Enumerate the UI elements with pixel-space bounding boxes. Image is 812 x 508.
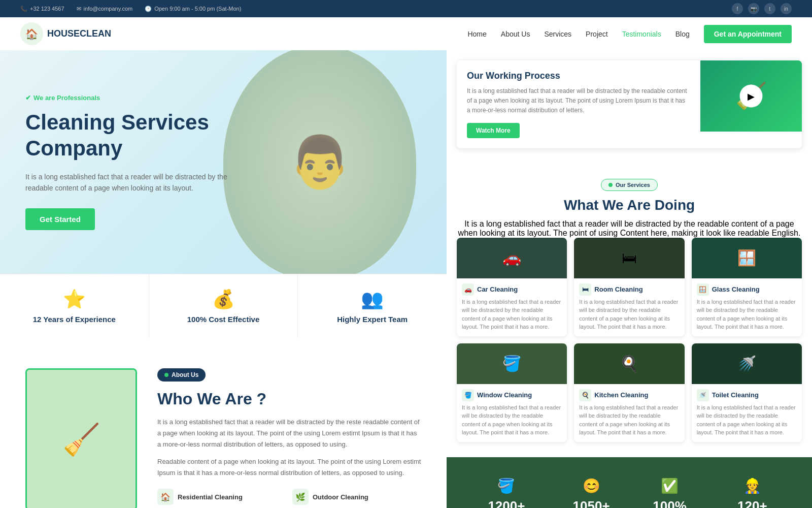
- services-section: Our Services What We Are Doing It is a l…: [447, 164, 812, 457]
- glass-cleaning-image: 🪟: [692, 238, 802, 278]
- left-column: ✔ We are Professionals Cleaning Services…: [0, 50, 447, 508]
- wp-title: Our Working Process: [467, 71, 690, 81]
- kitchen-mini-icon: 🍳: [579, 389, 591, 401]
- nav-links: Home About Us Services Project Testimoni…: [467, 25, 792, 43]
- professionals-badge: ✔ We are Professionals: [25, 94, 239, 102]
- room-cleaning-image: 🛏: [574, 238, 684, 278]
- nav-project[interactable]: Project: [586, 30, 608, 38]
- services-description: It is a long established fact that a rea…: [457, 219, 802, 238]
- watch-more-button[interactable]: Watch More: [467, 123, 520, 138]
- room-cleaning-body: 🛏 Room Cleaning It is a long established…: [574, 278, 684, 336]
- satisfaction-number: 100%: [653, 498, 687, 508]
- cost-icon: 💰: [212, 289, 235, 310]
- nav-blog[interactable]: Blog: [675, 30, 690, 38]
- nav-home[interactable]: Home: [467, 30, 486, 38]
- hours-info: 🕒 Open 9:00 am - 5:00 pm (Sat-Mon): [145, 6, 241, 12]
- window-cleaning-image: 🪣: [457, 343, 567, 384]
- satisfaction-icon: ✅: [653, 478, 687, 494]
- email-icon: ✉: [77, 6, 81, 12]
- window-cleaning-body: 🪣 Window Cleaning It is a long establish…: [457, 384, 567, 442]
- residential-icon: 🏠: [157, 489, 174, 505]
- nav-about[interactable]: About Us: [501, 30, 530, 38]
- car-cleaning-desc: It is a long established fact that a rea…: [462, 298, 562, 331]
- about-title: Who We Are ?: [157, 390, 421, 408]
- appointment-button[interactable]: Get an Appointment: [704, 25, 792, 43]
- team-label: Highly Expert Team: [337, 315, 408, 324]
- linkedin-link[interactable]: in: [781, 3, 792, 14]
- instagram-link[interactable]: 📷: [748, 3, 759, 14]
- cost-label: 100% Cost Effective: [187, 315, 260, 324]
- services-grid: 🚗 🚗 Car Cleaning It is a long establishe…: [457, 238, 802, 442]
- logo: 🏠 HOUSECLEAN: [20, 22, 111, 45]
- toilet-cleaning-image: 🚿: [692, 343, 802, 384]
- room-mini-icon: 🛏: [579, 283, 591, 296]
- about-badge: About Us: [157, 368, 206, 382]
- service-residential: 🏠 Residential Cleaning: [157, 489, 286, 505]
- services-badge: Our Services: [601, 179, 658, 191]
- card-glass-cleaning: 🪟 🪟 Glass Cleaning It is a long establis…: [692, 238, 802, 336]
- stat-experience: ⭐ 12 Years of Experience: [0, 274, 149, 338]
- wp-text-content: Our Working Process It is a long establi…: [457, 60, 700, 148]
- kitchen-cleaning-body: 🍳 Kitchen Cleaning It is a long establis…: [574, 384, 684, 442]
- services-title: What We Are Doing: [457, 197, 802, 213]
- car-cleaning-body: 🚗 Car Cleaning It is a long established …: [457, 278, 567, 336]
- facebook-link[interactable]: f: [732, 3, 743, 14]
- get-started-button[interactable]: Get Started: [25, 208, 95, 230]
- hero-text: ✔ We are Professionals Cleaning Services…: [25, 94, 239, 230]
- right-column: Our Working Process It is a long establi…: [447, 50, 812, 508]
- stat-expert-employee: 👷 120+ Expert Employee: [729, 478, 775, 508]
- car-cleaning-image: 🚗: [457, 238, 567, 278]
- clients-icon: 😊: [572, 478, 611, 494]
- phone-info: 📞 +32 123 4567: [20, 6, 64, 12]
- stat-project-complete: 🪣 1200+ Project Complete: [483, 478, 530, 508]
- window-cleaning-desc: It is a long established fact that a rea…: [462, 403, 562, 437]
- stat-team: 👥 Highly Expert Team: [298, 274, 447, 338]
- employee-icon: 👷: [729, 478, 775, 494]
- toilet-mini-icon: 🚿: [697, 389, 709, 401]
- wp-video-area: 🧹 ▶: [700, 60, 802, 132]
- stat-happy-clients: 😊 1050+ Happy Clients: [572, 478, 611, 508]
- outdoor-icon: 🌿: [292, 489, 309, 505]
- project-icon: 🪣: [483, 478, 530, 494]
- toilet-cleaning-desc: It is a long established fact that a rea…: [697, 403, 797, 437]
- kitchen-cleaning-title: 🍳 Kitchen Cleaning: [579, 389, 679, 401]
- project-number: 1200+: [483, 498, 530, 508]
- clock-icon: 🕒: [145, 6, 152, 12]
- card-kitchen-cleaning: 🍳 🍳 Kitchen Cleaning It is a long establ…: [574, 343, 684, 442]
- card-room-cleaning: 🛏 🛏 Room Cleaning It is a long establish…: [574, 238, 684, 336]
- toilet-cleaning-body: 🚿 Toilet Cleaning It is a long establish…: [692, 384, 802, 442]
- service-list: 🏠 Residential Cleaning 🌿 Outdoor Cleanin…: [157, 489, 421, 508]
- about-content: About Us Who We Are ? It is a long estab…: [157, 368, 421, 508]
- navbar: 🏠 HOUSECLEAN Home About Us Services Proj…: [0, 17, 812, 50]
- twitter-link[interactable]: t: [764, 3, 775, 14]
- about-desc1: It is a long established fact that a rea…: [157, 417, 421, 450]
- hero-title: Cleaning Services Company: [25, 110, 239, 161]
- play-button[interactable]: ▶: [740, 85, 763, 108]
- kitchen-cleaning-image: 🍳: [574, 343, 684, 384]
- hero-section: ✔ We are Professionals Cleaning Services…: [0, 50, 447, 274]
- nav-services[interactable]: Services: [544, 30, 571, 38]
- checkmark-icon: ✔: [25, 94, 31, 102]
- glass-cleaning-body: 🪟 Glass Cleaning It is a long establishe…: [692, 278, 802, 336]
- email-info: ✉ info@company.com: [77, 6, 133, 12]
- logo-text: HOUSECLEAN: [47, 28, 111, 39]
- social-links: f 📷 t in: [732, 3, 792, 14]
- main-wrapper: ✔ We are Professionals Cleaning Services…: [0, 50, 812, 508]
- working-process-section: Our Working Process It is a long establi…: [447, 50, 812, 164]
- glass-cleaning-desc: It is a long established fact that a rea…: [697, 298, 797, 331]
- about-image: 🧹: [25, 368, 137, 508]
- card-window-cleaning: 🪣 🪣 Window Cleaning It is a long establi…: [457, 343, 567, 442]
- hero-description: It is a long established fact that a rea…: [25, 171, 239, 194]
- card-toilet-cleaning: 🚿 🚿 Toilet Cleaning It is a long establi…: [692, 343, 802, 442]
- working-process-card: Our Working Process It is a long establi…: [457, 60, 802, 148]
- wp-card-inner: Our Working Process It is a long establi…: [457, 60, 802, 148]
- window-mini-icon: 🪣: [462, 389, 474, 401]
- experience-icon: ⭐: [63, 289, 86, 310]
- toilet-cleaning-title: 🚿 Toilet Cleaning: [697, 389, 797, 401]
- stats-green-section: 🪣 1200+ Project Complete 😊 1050+ Happy C…: [447, 457, 812, 508]
- experience-label: 12 Years of Experience: [33, 315, 116, 324]
- nav-testimonials[interactable]: Testimonials: [622, 30, 661, 38]
- room-cleaning-title: 🛏 Room Cleaning: [579, 283, 679, 296]
- service-outdoor: 🌿 Outdoor Cleaning: [292, 489, 421, 505]
- top-bar: 📞 +32 123 4567 ✉ info@company.com 🕒 Open…: [0, 0, 812, 17]
